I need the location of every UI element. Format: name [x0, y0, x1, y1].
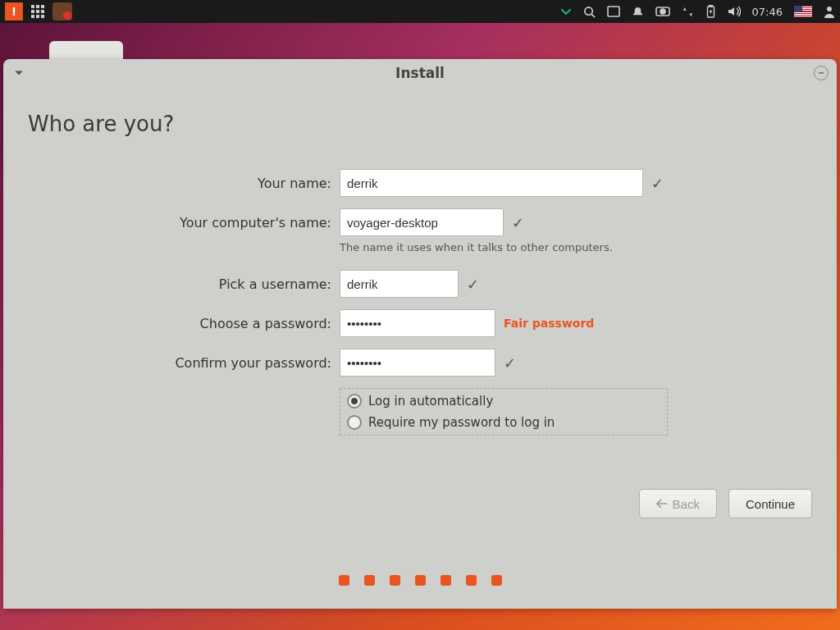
notifications-bell-icon[interactable]	[632, 6, 644, 18]
radio-checked-icon	[347, 394, 362, 409]
workspace-icon[interactable]	[607, 6, 620, 17]
continue-button[interactable]: Continue	[728, 489, 812, 518]
name-valid-check-icon: ✓	[651, 175, 664, 192]
computer-name-input[interactable]	[340, 208, 504, 236]
username-label: Pick a username:	[28, 276, 340, 292]
progress-dots	[3, 575, 837, 586]
progress-dot	[415, 575, 426, 586]
volume-icon[interactable]	[728, 6, 741, 17]
svg-rect-2	[608, 7, 619, 16]
confirm-password-input[interactable]	[340, 349, 495, 377]
computer-helper-text: The name it uses when it talks to other …	[340, 241, 812, 253]
password-strength-label: Fair password	[504, 317, 594, 330]
window-titlebar: Install	[3, 59, 837, 87]
username-input[interactable]	[340, 270, 459, 298]
page-heading: Who are you?	[28, 112, 812, 136]
distro-logo-icon[interactable]: !	[5, 2, 23, 21]
computer-label: Your computer's name:	[28, 215, 340, 231]
battery-icon[interactable]	[705, 5, 716, 18]
window-title: Install	[3, 65, 837, 81]
login-auto-label: Log in automatically	[368, 394, 493, 409]
confirm-valid-check-icon: ✓	[504, 354, 516, 372]
radio-unchecked-icon	[347, 415, 362, 430]
progress-dot	[441, 575, 451, 586]
camera-icon[interactable]	[655, 6, 670, 17]
computer-valid-check-icon: ✓	[512, 214, 524, 231]
clock-label[interactable]: 07:46	[752, 6, 783, 18]
name-input[interactable]	[340, 169, 643, 197]
progress-dot	[390, 575, 400, 586]
desktop-top-panel: ! 07:46	[0, 0, 840, 23]
login-auto-radio[interactable]: Log in automatically	[347, 394, 660, 409]
login-options-group: Log in automatically Require my password…	[340, 388, 668, 436]
continue-button-label: Continue	[746, 497, 795, 511]
confirm-password-label: Confirm your password:	[28, 355, 340, 371]
user-form: Your name: ✓ Your computer's name: ✓ The…	[28, 169, 812, 436]
progress-dot	[466, 575, 477, 586]
user-menu-icon[interactable]	[824, 6, 835, 18]
network-icon[interactable]	[682, 6, 694, 18]
progress-dot	[364, 575, 375, 586]
svg-rect-6	[709, 5, 712, 7]
login-require-radio[interactable]: Require my password to log in	[347, 415, 660, 430]
svg-point-7	[827, 7, 832, 11]
svg-point-0	[584, 7, 591, 14]
keyboard-layout-flag-icon[interactable]	[794, 6, 812, 17]
window-menu-chevron-icon[interactable]	[11, 66, 26, 80]
login-require-label: Require my password to log in	[368, 415, 555, 430]
password-label: Choose a password:	[28, 316, 340, 331]
installer-window: Install Who are you? Your name: ✓ Your c…	[3, 59, 837, 609]
progress-dot	[491, 575, 502, 586]
svg-line-1	[591, 14, 595, 17]
window-minimize-icon[interactable]	[814, 66, 829, 80]
svg-point-4	[660, 9, 665, 14]
progress-dot	[339, 575, 349, 586]
expand-chevron-icon[interactable]	[560, 6, 572, 17]
back-button[interactable]: Back	[639, 489, 717, 518]
app-grid-icon[interactable]	[31, 5, 44, 18]
password-input[interactable]	[340, 309, 495, 337]
name-label: Your name:	[28, 176, 340, 191]
back-button-label: Back	[673, 497, 700, 511]
search-icon[interactable]	[583, 6, 596, 18]
username-valid-check-icon: ✓	[467, 276, 479, 293]
update-notifier-icon[interactable]	[52, 2, 72, 21]
arrow-left-icon	[656, 497, 668, 511]
